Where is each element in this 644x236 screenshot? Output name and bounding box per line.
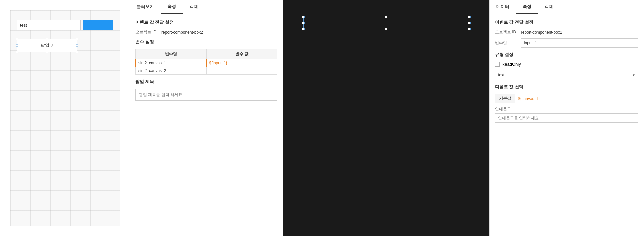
left-panel: test 팝업 ↗ xyxy=(0,0,283,236)
variable-section-title: 변수 설정 xyxy=(135,39,277,45)
var-name-input-2[interactable] xyxy=(138,68,203,73)
resize-handle-tl[interactable] xyxy=(16,38,18,40)
annotation-label: 안내문구 xyxy=(495,106,638,112)
variable-row-2 xyxy=(136,67,277,75)
default-section-title: 디폴트 값 선택 xyxy=(495,84,638,90)
handle-mr[interactable] xyxy=(468,22,471,24)
right-panel: 데이터 속성 객체 이벤트 값 전달 설정 오브젝트 ID report-com… xyxy=(283,0,644,236)
object-id-row: 오브젝트 ID report-component-box2 xyxy=(135,29,277,35)
canvas-grid: test 팝업 ↗ xyxy=(10,10,120,226)
var-value-2 xyxy=(206,67,277,75)
props-content-right: 이벤트 값 전달 설정 오브젝트 ID report-component-box… xyxy=(490,14,644,236)
handle-tr[interactable] xyxy=(468,16,471,18)
canvas-area-left: test 팝업 ↗ xyxy=(0,0,130,236)
resize-handle-br[interactable] xyxy=(76,51,78,53)
object-id-label-right: 오브젝트 ID xyxy=(495,29,518,35)
var-name-input-1[interactable] xyxy=(138,61,203,65)
tab-bar-right: 데이터 속성 객체 xyxy=(490,0,644,14)
popup-widget[interactable]: 팝업 ↗ xyxy=(17,39,77,52)
props-panel-left: 불러오기 속성 객체 이벤트 값 전달 설정 오브젝트 ID report-co… xyxy=(130,0,283,236)
input-value: test xyxy=(20,23,27,28)
event-section-title: 이벤트 값 전달 설정 xyxy=(135,19,277,25)
var-name-1 xyxy=(136,59,206,67)
canvas-area-right xyxy=(283,0,489,236)
tab-load[interactable]: 불러오기 xyxy=(130,0,161,14)
var-value-input-1[interactable] xyxy=(209,61,274,65)
main-container: test 팝업 ↗ xyxy=(0,0,644,236)
popup-title-section: 팝업 제목 xyxy=(135,79,277,85)
handle-br[interactable] xyxy=(468,28,471,30)
resize-handle-mr[interactable] xyxy=(76,44,78,47)
resize-handle-bm[interactable] xyxy=(46,51,48,53)
variable-name-row: 변수명 xyxy=(495,38,638,48)
type-section-title: 유형 설정 xyxy=(495,52,638,58)
tab-properties-right[interactable]: 속성 xyxy=(516,0,538,14)
var-value-input-2[interactable] xyxy=(209,68,274,73)
annotation-section: 안내문구 xyxy=(495,106,638,123)
object-id-label: 오브젝트 ID xyxy=(135,29,159,35)
type-select[interactable]: text ▼ xyxy=(495,70,638,80)
popup-title-input[interactable] xyxy=(135,89,277,101)
resize-handle-bl[interactable] xyxy=(16,51,18,53)
blue-button[interactable] xyxy=(83,20,113,30)
default-value-table: 기본값 xyxy=(495,94,638,103)
test-input-field[interactable]: test xyxy=(17,20,81,30)
input-widget: test xyxy=(17,20,113,30)
variable-input[interactable] xyxy=(521,38,638,48)
resize-handle-tr[interactable] xyxy=(76,38,78,40)
tab-bar-left: 불러오기 속성 객체 xyxy=(130,0,283,14)
handle-tm[interactable] xyxy=(385,16,387,18)
handle-bl[interactable] xyxy=(302,28,305,30)
props-panel-right: 데이터 속성 객체 이벤트 값 전달 설정 오브젝트 ID report-com… xyxy=(489,0,644,236)
default-value-input[interactable] xyxy=(518,96,635,101)
variable-label: 변수명 xyxy=(495,40,518,46)
handle-tl[interactable] xyxy=(302,16,305,18)
var-name-2 xyxy=(136,67,206,75)
handle-ml[interactable] xyxy=(302,22,305,24)
tab-object[interactable]: 객체 xyxy=(183,0,205,14)
type-value: text xyxy=(498,73,504,77)
default-value-cell xyxy=(515,94,638,103)
annotation-input[interactable] xyxy=(495,113,638,123)
variable-row-1 xyxy=(136,59,277,67)
object-id-value: report-component-box2 xyxy=(161,30,203,35)
popup-label: 팝업 xyxy=(41,42,49,48)
var-value-1 xyxy=(206,59,277,67)
variable-table: 변수명 변수 값 xyxy=(135,49,277,75)
default-value-label: 기본값 xyxy=(495,94,515,103)
type-select-row: text ▼ xyxy=(495,70,638,80)
col-header-value: 변수 값 xyxy=(206,49,277,59)
object-id-value-right: report-component-box1 xyxy=(521,30,562,35)
event-section-title-right: 이벤트 값 전달 설정 xyxy=(495,19,638,25)
object-id-row-right: 오브젝트 ID report-component-box1 xyxy=(495,29,638,35)
readonly-label: ReadOnly xyxy=(502,62,521,67)
default-value-row: 기본값 xyxy=(495,94,638,103)
select-arrow-icon: ▼ xyxy=(632,73,635,77)
readonly-checkbox[interactable] xyxy=(495,62,500,67)
props-content-left: 이벤트 값 전달 설정 오브젝트 ID report-component-box… xyxy=(130,14,283,236)
resize-handle-ml[interactable] xyxy=(16,44,18,47)
col-header-name: 변수명 xyxy=(136,49,206,59)
handle-bm[interactable] xyxy=(385,28,387,30)
resize-handle-tm[interactable] xyxy=(46,38,48,40)
popup-link-icon: ↗ xyxy=(51,43,54,48)
tab-object-right[interactable]: 객체 xyxy=(538,0,560,14)
tab-properties[interactable]: 속성 xyxy=(161,0,183,14)
tab-data[interactable]: 데이터 xyxy=(490,0,516,14)
input-component[interactable] xyxy=(303,17,469,29)
readonly-row: ReadOnly xyxy=(495,62,638,67)
